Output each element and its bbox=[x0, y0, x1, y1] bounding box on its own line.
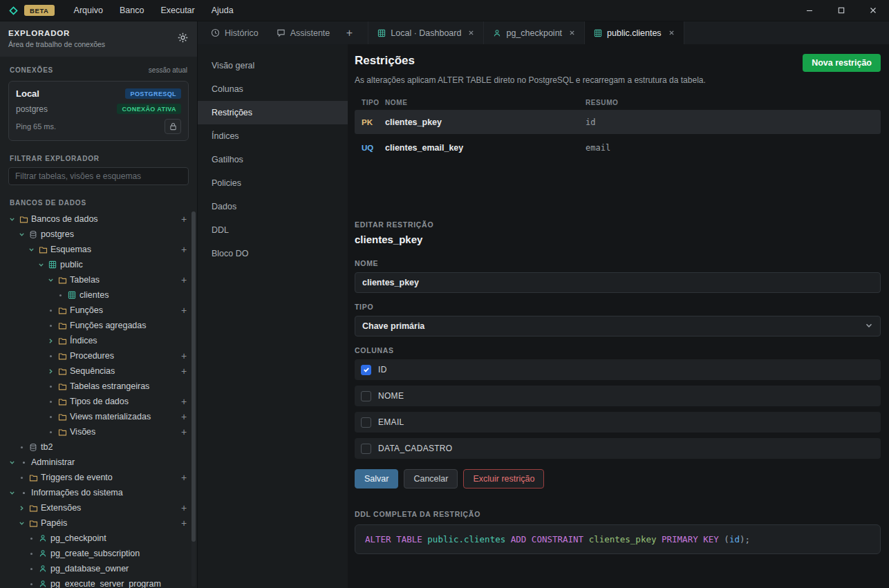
checkbox-checked[interactable] bbox=[361, 365, 371, 375]
constraint-row-clientes-email-key[interactable]: UQclientes_email_keyemail bbox=[355, 135, 881, 160]
tool-tab-assistente[interactable]: Assistente bbox=[268, 21, 339, 44]
add-button[interactable]: + bbox=[178, 472, 190, 483]
code-token bbox=[583, 534, 589, 544]
subnav-item-policies[interactable]: Policies bbox=[198, 171, 348, 195]
close-button[interactable] bbox=[857, 0, 889, 21]
add-button[interactable]: + bbox=[178, 305, 190, 316]
column-option-data-cadastro[interactable]: DATA_CADASTRO bbox=[355, 438, 881, 459]
tree-item-esquemas[interactable]: Esquemas+ bbox=[0, 242, 190, 257]
tree-item-tipos-de-dados[interactable]: Tipos de dados+ bbox=[0, 394, 190, 409]
subnav-item-bloco-do[interactable]: Bloco DO bbox=[198, 242, 348, 265]
tree-item-funcoes-agregadas[interactable]: Funções agregadas bbox=[0, 318, 190, 333]
tree-item-bancos-de-dados[interactable]: Bancos de dados+ bbox=[0, 211, 190, 227]
checkbox-unchecked[interactable] bbox=[361, 417, 371, 428]
tree-item-pg-checkpoint[interactable]: pg_checkpoint bbox=[0, 531, 190, 546]
tab-local-dashboard[interactable]: Local · Dashboard bbox=[368, 21, 484, 44]
column-option-id[interactable]: ID bbox=[355, 359, 881, 380]
constraint-summary: id bbox=[586, 117, 874, 127]
constraint-type-select[interactable]: Chave primária bbox=[355, 316, 881, 336]
menu-executar[interactable]: Executar bbox=[152, 0, 203, 21]
add-button[interactable]: + bbox=[178, 350, 190, 361]
save-button[interactable]: Salvar bbox=[355, 469, 398, 489]
cancel-button[interactable]: Cancelar bbox=[404, 469, 458, 489]
tree-item-views-materializadas[interactable]: Views materializadas+ bbox=[0, 409, 190, 424]
menu-arquivo[interactable]: Arquivo bbox=[66, 0, 111, 21]
constraint-row-clientes-pkey[interactable]: PKclientes_pkeyid bbox=[355, 110, 881, 134]
add-button[interactable]: + bbox=[178, 366, 190, 377]
tree-item-clientes[interactable]: clientes bbox=[0, 287, 190, 303]
tree-item-triggers-de-evento[interactable]: Triggers de evento+ bbox=[0, 470, 190, 485]
add-button[interactable]: + bbox=[178, 244, 190, 255]
connection-card[interactable]: Local POSTGRESQL postgres CONEXÃO ATIVA … bbox=[8, 81, 189, 141]
subnav-item-visao-geral[interactable]: Visão geral bbox=[198, 54, 348, 77]
gear-icon[interactable] bbox=[177, 32, 189, 46]
add-button[interactable]: + bbox=[178, 274, 190, 285]
folder-icon bbox=[56, 352, 68, 361]
page-subtitle: As alterações aplicam ALTER TABLE direto… bbox=[355, 75, 881, 85]
connection-user-row: postgres CONEXÃO ATIVA bbox=[16, 104, 181, 114]
open-tabs: Local · Dashboardpg_checkpointpublic.cli… bbox=[368, 21, 684, 44]
tree-item-pg-execute-server-program[interactable]: pg_execute_server_program bbox=[0, 576, 190, 588]
tree-item-papeis[interactable]: Papéis+ bbox=[0, 515, 190, 531]
maximize-button[interactable] bbox=[825, 0, 857, 21]
subnav-item-restricoes[interactable]: Restrições bbox=[198, 101, 348, 124]
tree-item-informacoes-do-sistema[interactable]: Informações do sistema bbox=[0, 485, 190, 500]
tree-item-funcoes[interactable]: Funções+ bbox=[0, 303, 190, 318]
new-tab-button[interactable]: + bbox=[339, 21, 359, 44]
add-button[interactable]: + bbox=[178, 214, 190, 225]
lock-button[interactable] bbox=[165, 119, 181, 134]
tree-item-label: public bbox=[60, 260, 83, 269]
tool-tab-historico[interactable]: Histórico bbox=[202, 21, 268, 44]
tree-item-label: Tabelas estrangeiras bbox=[70, 381, 149, 391]
menu-banco[interactable]: Banco bbox=[111, 0, 152, 21]
tree-item-indices[interactable]: Índices bbox=[0, 333, 190, 348]
column-option-email[interactable]: EMAIL bbox=[355, 412, 881, 433]
tab-public-clientes[interactable]: public.clientes bbox=[585, 21, 684, 44]
add-button[interactable]: + bbox=[178, 502, 190, 513]
sidebar-scrollbar[interactable] bbox=[191, 211, 196, 587]
tree-item-extensoes[interactable]: Extensões+ bbox=[0, 500, 190, 515]
tree-item-sequencias[interactable]: Sequências+ bbox=[0, 363, 190, 379]
chevron-down-icon bbox=[7, 490, 17, 496]
tree-item-tabelas[interactable]: Tabelas+ bbox=[0, 272, 190, 287]
constraint-summary: email bbox=[586, 143, 874, 153]
tree-item-administrar[interactable]: Administrar bbox=[0, 455, 190, 470]
minimize-button[interactable] bbox=[794, 0, 825, 21]
delete-constraint-button[interactable]: Excluir restrição bbox=[463, 469, 544, 489]
tree-item-pg-database-owner[interactable]: pg_database_owner bbox=[0, 561, 190, 576]
add-button[interactable]: + bbox=[178, 411, 190, 422]
constraint-name-input[interactable] bbox=[355, 272, 881, 293]
tab-pg-checkpoint[interactable]: pg_checkpoint bbox=[484, 21, 585, 44]
new-constraint-button[interactable]: Nova restrição bbox=[803, 54, 881, 72]
chevron-down-icon bbox=[7, 216, 17, 222]
column-option-nome[interactable]: NOME bbox=[355, 386, 881, 406]
tool-tabs: HistóricoAssistente bbox=[202, 21, 339, 44]
close-tab-icon[interactable] bbox=[668, 30, 675, 36]
add-button[interactable]: + bbox=[178, 518, 190, 529]
checkbox-unchecked[interactable] bbox=[361, 391, 371, 401]
subnav-item-colunas[interactable]: Colunas bbox=[198, 77, 348, 101]
add-button[interactable]: + bbox=[178, 396, 190, 407]
tree-item-tabelas-estrangeiras[interactable]: Tabelas estrangeiras bbox=[0, 379, 190, 394]
subnav-item-ddl[interactable]: DDL bbox=[198, 218, 348, 242]
close-tab-icon[interactable] bbox=[468, 30, 474, 36]
checkbox-unchecked[interactable] bbox=[361, 444, 371, 454]
tree-item-procedures[interactable]: Procedures+ bbox=[0, 348, 190, 363]
close-tab-icon[interactable] bbox=[569, 30, 575, 36]
add-button[interactable]: + bbox=[178, 426, 190, 437]
tree-item-visoes[interactable]: Visões+ bbox=[0, 424, 190, 439]
subnav-item-gatilhos[interactable]: Gatilhos bbox=[198, 148, 348, 171]
scrollbar-thumb[interactable] bbox=[191, 211, 196, 542]
tree-item-postgres[interactable]: postgres bbox=[0, 227, 190, 242]
subnav-item-indices[interactable]: Índices bbox=[198, 124, 348, 148]
tree-item-label: Bancos de dados bbox=[31, 214, 98, 224]
folder-icon bbox=[27, 473, 39, 482]
subnav-item-dados[interactable]: Dados bbox=[198, 195, 348, 218]
tree-item-public[interactable]: public bbox=[0, 257, 190, 272]
column-label: EMAIL bbox=[378, 417, 404, 427]
tree-item-pg-create-subscription[interactable]: pg_create_subscription bbox=[0, 546, 190, 561]
tree-item-tb2[interactable]: tb2 bbox=[0, 439, 190, 455]
menu-ajuda[interactable]: Ajuda bbox=[203, 0, 242, 21]
explorer-filter-input[interactable] bbox=[8, 167, 189, 185]
dot-icon bbox=[46, 307, 56, 314]
